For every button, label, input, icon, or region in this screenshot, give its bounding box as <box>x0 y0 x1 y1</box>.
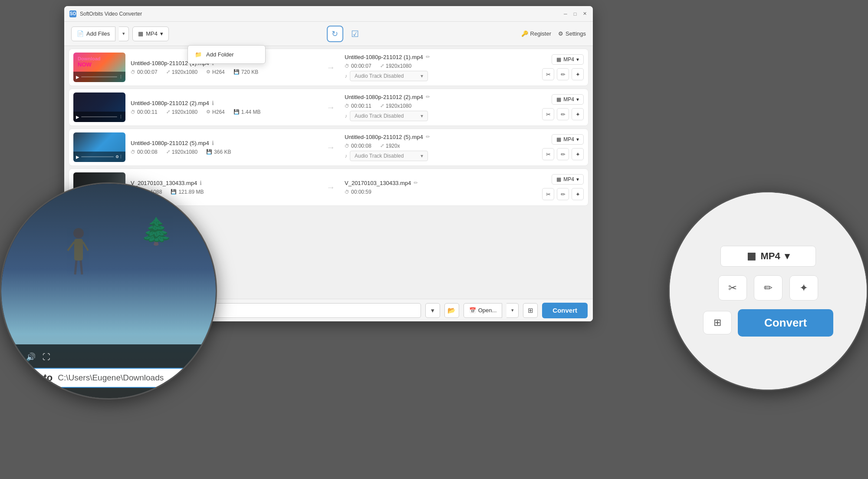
edit-icon[interactable]: ✏ <box>426 54 430 60</box>
audio-note-icon: ♪ <box>345 73 347 79</box>
edit-large-button[interactable]: ✏ <box>754 275 783 301</box>
add-files-dropdown-button[interactable]: ▾ <box>119 26 129 41</box>
left-circle-content: 🌲 ▶ 🔊 ⛶ ⋮ Save to C:\Users\Eugene\Downlo… <box>1 184 216 398</box>
play-icon[interactable]: ▶ <box>76 115 79 119</box>
add-files-button[interactable]: 📄 Add Files <box>71 26 115 41</box>
cut-large-icon: ✂ <box>728 282 737 294</box>
window-controls: ─ □ ✕ <box>562 11 588 17</box>
edit-button[interactable]: ✏ <box>557 68 569 80</box>
convert-large-button[interactable]: Convert <box>738 309 833 337</box>
wand-button[interactable]: ✦ <box>572 188 584 200</box>
dropdown-path-button[interactable]: ▾ <box>425 303 440 318</box>
output-info: Untitled-1080p-211012 (5).mp4 ✏ ⏱00:00:0… <box>339 134 536 161</box>
filesize: 720 KB <box>241 69 258 75</box>
output-filename: Untitled-1080p-211012 (1).mp4 <box>345 54 423 60</box>
format-select-large-button[interactable]: ▦ MP4 ▾ <box>720 246 816 267</box>
add-folder-dropdown: 📁 Add Folder <box>187 45 266 64</box>
edit-icon[interactable]: ✏ <box>414 180 418 186</box>
wand-button[interactable]: ✦ <box>572 108 584 120</box>
audio-track-dropdown[interactable]: Audio Track Disabled ▾ <box>350 111 428 121</box>
chevron-down-icon: ▾ <box>122 31 125 36</box>
codec-icon: ⚙ <box>206 109 210 115</box>
out-duration: 00:00:11 <box>351 103 372 109</box>
resize-icon: ⤢ <box>380 103 384 109</box>
cut-button[interactable]: ✂ <box>542 68 554 80</box>
resize-icon: ⤢ <box>380 63 384 69</box>
audio-track-dropdown[interactable]: Audio Track Disabled ▾ <box>350 71 428 81</box>
settings-button[interactable]: ⚙ Settings <box>558 30 586 37</box>
wand-large-button[interactable]: ✦ <box>789 275 818 301</box>
format-value: MP4 <box>563 96 574 102</box>
edit-large-icon: ✏ <box>764 282 773 294</box>
browse-folder-button[interactable]: 📂 <box>444 303 459 318</box>
codec: H264 <box>212 109 225 115</box>
cut-large-button[interactable]: ✂ <box>718 275 747 301</box>
output-format-button[interactable]: ▦ MP4 ▾ <box>552 54 584 65</box>
format-dropdown-icon: ▾ <box>576 56 579 63</box>
audio-note-icon: ♪ <box>345 113 347 119</box>
format-column: ▦ MP4 ▾ ✂ ✏ ✦ <box>536 134 584 160</box>
open-button[interactable]: 📅 Open... <box>464 303 503 318</box>
output-info: Untitled-1080p-211012 (2).mp4 ✏ ⏱00:00:1… <box>339 94 536 121</box>
close-button[interactable]: ✕ <box>582 11 588 17</box>
audio-track-dropdown[interactable]: Audio Track Disabled ▾ <box>350 151 428 161</box>
minimize-button[interactable]: ─ <box>562 11 569 17</box>
progress-bar <box>81 76 117 77</box>
edit-icon[interactable]: ✏ <box>426 94 430 100</box>
clock-icon: ⏱ <box>131 109 135 115</box>
convert-large-label: Convert <box>764 316 807 330</box>
edit-button[interactable]: ✏ <box>557 148 569 160</box>
edit-button[interactable]: ✏ <box>557 188 569 200</box>
play-button[interactable]: ▶ <box>12 351 19 363</box>
edit-icon[interactable]: ✏ <box>426 134 430 140</box>
svg-rect-1 <box>74 239 83 261</box>
cut-button[interactable]: ✂ <box>542 108 554 120</box>
grid-view-button[interactable]: ⊞ <box>523 303 538 318</box>
output-format-button[interactable]: ▦ MP4 ▾ <box>552 174 584 185</box>
format-selector-button[interactable]: ▦ MP4 ▾ <box>132 26 169 41</box>
action-icons: ✂ ✏ ✦ <box>542 108 584 120</box>
grid-large-button[interactable]: ⊞ <box>703 311 732 334</box>
more-icon[interactable]: ⋮ <box>119 155 123 159</box>
edit-button[interactable]: ✏ <box>557 108 569 120</box>
more-icon[interactable]: ⋮ <box>119 115 123 119</box>
progress-bar <box>81 156 114 157</box>
play-icon[interactable]: ▶ <box>76 75 79 79</box>
gear-icon[interactable]: ⚙ <box>115 155 119 159</box>
add-folder-item[interactable]: 📁 Add Folder <box>188 47 265 62</box>
audio-track-select: ♪ Audio Track Disabled ▾ <box>345 111 531 121</box>
maximize-button[interactable]: □ <box>572 11 578 17</box>
output-format-button[interactable]: ▦ MP4 ▾ <box>552 94 584 105</box>
format-dropdown-icon: ▾ <box>576 176 579 182</box>
settings-label: Settings <box>566 30 586 37</box>
resolution: 1920x1080 <box>172 69 197 75</box>
check-button[interactable]: ☑ <box>347 26 363 42</box>
cut-button[interactable]: ✂ <box>542 188 554 200</box>
convert-label: Convert <box>552 307 577 314</box>
wand-button[interactable]: ✦ <box>572 148 584 160</box>
convert-button[interactable]: Convert <box>542 303 588 318</box>
volume-button[interactable]: 🔊 <box>26 352 36 362</box>
output-format-button[interactable]: ▦ MP4 ▾ <box>552 134 584 145</box>
toolbar: 📄 Add Files ▾ ▦ MP4 ▾ ↻ ☑ 🔑 Register ⚙ S… <box>64 22 593 46</box>
cut-button[interactable]: ✂ <box>542 148 554 160</box>
refresh-button[interactable]: ↻ <box>327 26 343 42</box>
more-icon[interactable]: ⋮ <box>119 75 123 79</box>
format-icon: ▦ <box>138 30 143 37</box>
play-icon[interactable]: ▶ <box>76 155 79 159</box>
fullscreen-button[interactable]: ⛶ <box>43 353 50 362</box>
open-dropdown-button[interactable]: ▾ <box>506 303 519 318</box>
thumbnail: ▶ ⚙ ⋮ <box>73 132 125 162</box>
output-info: V_20170103_130433.mp4 ✏ ⏱00:00:59 <box>339 180 536 195</box>
info-icon[interactable]: ℹ <box>212 100 214 106</box>
wand-button[interactable]: ✦ <box>572 68 584 80</box>
file-info: Untitled-1080p-211012 (2).mp4 ℹ ⏱00:00:1… <box>125 100 322 115</box>
out-resolution: 1920x1080 <box>386 103 411 109</box>
register-button[interactable]: 🔑 Register <box>521 30 551 37</box>
output-filename: Untitled-1080p-211012 (2).mp4 <box>345 94 423 100</box>
codec: H264 <box>212 69 225 75</box>
more-options-button[interactable]: ⋮ <box>197 352 205 362</box>
info-icon[interactable]: ℹ <box>212 140 214 146</box>
arrow-right-icon: → <box>326 182 335 192</box>
calendar-icon: 📅 <box>469 307 476 314</box>
